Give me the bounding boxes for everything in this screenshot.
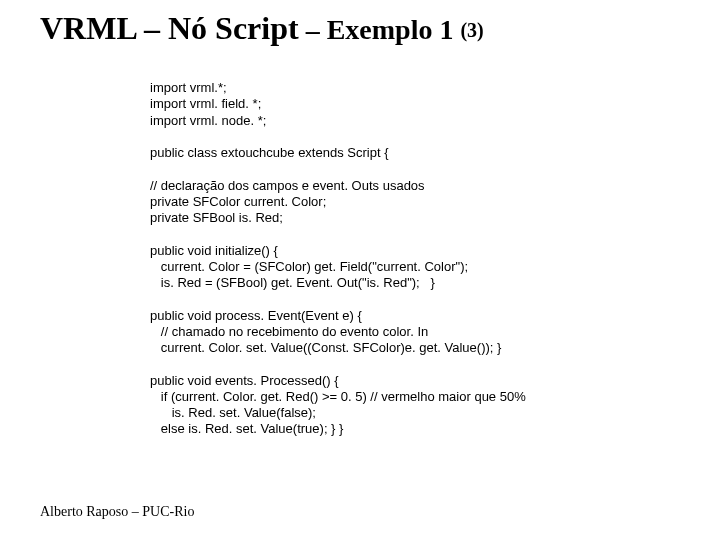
code-line: // declaração dos campos e event. Outs u… <box>150 178 425 193</box>
title-part-2: – Exemplo 1 <box>299 14 461 45</box>
code-line: public void initialize() { <box>150 243 278 258</box>
code-line: private SFBool is. Red; <box>150 210 283 225</box>
code-line: import vrml. field. *; <box>150 96 261 111</box>
code-line: public class extouchcube extends Script … <box>150 145 388 160</box>
code-line: current. Color = (SFColor) get. Field("c… <box>150 259 468 274</box>
code-line: if (current. Color. get. Red() >= 0. 5) … <box>150 389 526 404</box>
slide-title: VRML – Nó Script – Exemplo 1 (3) <box>40 10 700 47</box>
code-line: public void events. Processed() { <box>150 373 339 388</box>
code-line: import vrml. node. *; <box>150 113 266 128</box>
footer-attribution: Alberto Raposo – PUC-Rio <box>40 504 194 520</box>
code-block: import vrml.*; import vrml. field. *; im… <box>150 80 526 438</box>
code-line: is. Red. set. Value(false); <box>150 405 316 420</box>
code-line: // chamado no recebimento do evento colo… <box>150 324 428 339</box>
code-line: else is. Red. set. Value(true); } } <box>150 421 343 436</box>
code-line: import vrml.*; <box>150 80 227 95</box>
code-line: current. Color. set. Value((Const. SFCol… <box>150 340 501 355</box>
code-line: private SFColor current. Color; <box>150 194 326 209</box>
code-line: public void process. Event(Event e) { <box>150 308 362 323</box>
code-line: is. Red = (SFBool) get. Event. Out("is. … <box>150 275 435 290</box>
slide: VRML – Nó Script – Exemplo 1 (3) import … <box>0 0 720 540</box>
title-part-3: (3) <box>460 19 483 41</box>
title-part-1: VRML – Nó Script <box>40 10 299 46</box>
